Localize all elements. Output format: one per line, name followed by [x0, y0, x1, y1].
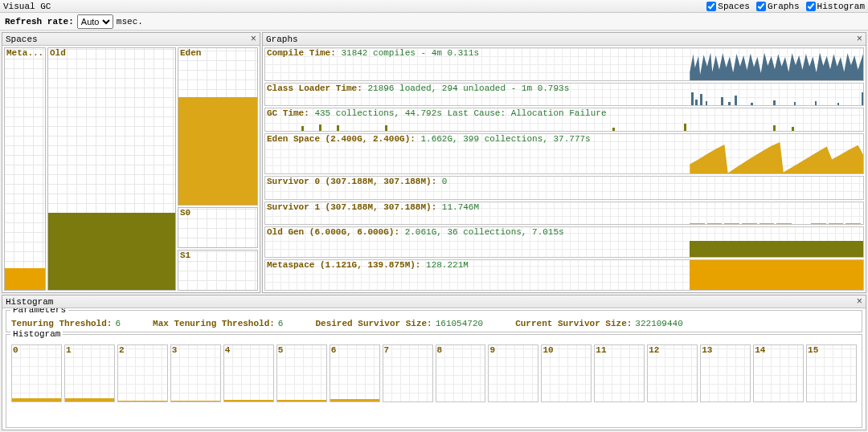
graph-class-loader-label: Class Loader Time: — [267, 84, 362, 93]
graph-gc-time: GC Time: 435 collections, 44.792s Last C… — [264, 108, 864, 132]
histogram-cell-index: 9 — [489, 345, 495, 355]
space-s1-label: S1 — [178, 251, 192, 260]
space-old-label: Old — [48, 48, 68, 58]
histogram-cell-index: 5 — [278, 345, 284, 355]
toggle-spaces[interactable]: Spaces — [706, 2, 750, 11]
space-s1: S1 — [178, 250, 258, 291]
parameters-title: Parameters — [10, 308, 68, 315]
graph-metaspace-value: 128.221M — [426, 260, 469, 270]
histogram-cell: 14 — [753, 344, 804, 402]
close-icon[interactable]: × — [857, 34, 862, 45]
desired-survivor-size-value: 161054720 — [436, 319, 483, 328]
max-tenuring-threshold-value: 6 — [278, 319, 284, 328]
histogram-cells: 0123456789101112131415 — [11, 344, 857, 402]
graph-compile-time: Compile Time: 31842 compiles - 4m 0.311s — [264, 47, 864, 81]
graph-s1-label: Survivor 1 (307.188M, 307.188M): — [267, 202, 436, 212]
space-old-fill — [48, 213, 175, 290]
toggle-graphs-label: Graphs — [768, 2, 800, 11]
histogram-cell: 8 — [436, 344, 486, 402]
graph-compile-time-fill — [690, 53, 863, 80]
current-survivor-size-value: 322109440 — [635, 319, 682, 328]
space-eden-label: Eden — [178, 48, 203, 58]
graph-compile-time-value: 31842 compiles - 4m 0.311s — [341, 48, 479, 58]
graph-eden-label: Eden Space (2.400G, 2.400G): — [267, 134, 416, 144]
histogram-box-title: Histogram — [10, 329, 63, 339]
graph-s1-fill — [690, 223, 863, 225]
histogram-cell-index: 2 — [119, 345, 125, 355]
refresh-select[interactable]: Auto — [77, 14, 113, 29]
histogram-cell-bar — [277, 400, 326, 401]
histogram-cell: 12 — [647, 344, 698, 402]
graph-s1-value: 11.746M — [442, 202, 479, 212]
histogram-cell-index: 8 — [437, 345, 443, 355]
graph-class-loader: Class Loader Time: 21896 loaded, 294 unl… — [264, 83, 864, 107]
graph-eden-fill — [690, 142, 863, 173]
histogram-cell-bar — [224, 400, 273, 401]
toggle-spaces-checkbox[interactable] — [706, 2, 716, 11]
view-toggles: Spaces Graphs Histogram — [706, 2, 865, 11]
max-tenuring-threshold-label: Max Tenuring Threshold: — [153, 319, 275, 328]
space-metaspace-fill — [5, 268, 45, 290]
histogram-cell-index: 11 — [596, 345, 606, 355]
histogram-cell-index: 7 — [384, 345, 390, 355]
histogram-cell-bar — [171, 401, 220, 401]
app-title: Visual GC — [3, 2, 51, 11]
histogram-cell-index: 12 — [649, 345, 659, 355]
spaces-panel-title: Spaces — [6, 35, 38, 44]
spaces-panel: Spaces × Meta... Old Eden — [2, 32, 260, 293]
current-survivor-size-label: Current Survivor Size: — [515, 319, 632, 328]
histogram-cell-index: 15 — [808, 345, 818, 355]
toggle-graphs-checkbox[interactable] — [756, 2, 766, 11]
histogram-cell-bar — [330, 399, 379, 401]
histogram-cell-index: 4 — [225, 345, 231, 355]
graph-s0: Survivor 0 (307.188M, 307.188M): 0 — [264, 176, 864, 200]
histogram-cell: 3 — [170, 344, 221, 402]
tenuring-threshold-value: 6 — [115, 319, 121, 328]
close-icon[interactable]: × — [857, 296, 862, 308]
title-bar: Visual GC Spaces Graphs Histogram — [0, 0, 868, 13]
histogram-cell: 9 — [488, 344, 538, 402]
graph-s1: Survivor 1 (307.188M, 307.188M): 11.746M — [264, 202, 864, 226]
histogram-cell: 15 — [806, 344, 857, 402]
histogram-cell: 13 — [700, 344, 751, 402]
graph-metaspace-fill — [690, 260, 863, 290]
space-metaspace: Meta... — [4, 47, 46, 291]
histogram-cell: 5 — [276, 344, 327, 402]
graph-old-fill — [690, 241, 863, 257]
toggle-histogram-checkbox[interactable] — [806, 2, 816, 11]
graph-compile-time-label: Compile Time: — [267, 48, 336, 58]
graph-class-loader-fill — [690, 92, 863, 106]
graph-metaspace: Metaspace (1.121G, 139.875M): 128.221M — [264, 259, 864, 291]
toggle-histogram[interactable]: Histogram — [806, 2, 865, 11]
histogram-cell: 6 — [330, 344, 380, 402]
histogram-cell-bar — [12, 398, 61, 401]
histogram-cell: 10 — [541, 344, 592, 402]
histogram-cell-index: 14 — [755, 345, 765, 355]
graph-eden-value: 1.662G, 399 collections, 37.777s — [420, 134, 590, 144]
graph-metaspace-label: Metaspace (1.121G, 139.875M): — [267, 260, 420, 270]
refresh-label: Refresh rate: — [5, 17, 74, 26]
close-icon[interactable]: × — [251, 34, 256, 45]
space-old: Old — [47, 47, 176, 291]
graph-old-value: 2.061G, 36 collections, 7.015s — [405, 227, 564, 237]
histogram-cell: 0 — [11, 344, 62, 402]
histogram-panel: Histogram × Parameters Tenuring Threshol… — [2, 295, 866, 430]
toggle-graphs[interactable]: Graphs — [756, 2, 800, 11]
histogram-cell-index: 0 — [13, 345, 18, 355]
graphs-panel-title: Graphs — [266, 35, 298, 44]
histogram-cell-index: 3 — [172, 345, 178, 355]
space-s0: S0 — [178, 207, 258, 248]
graphs-panel: Graphs × Compile Time: 31842 compiles - … — [262, 32, 866, 293]
histogram-cell: 11 — [594, 344, 645, 402]
toggle-histogram-label: Histogram — [817, 2, 865, 11]
graph-gc-time-value: 435 collections, 44.792s Last Cause: All… — [314, 108, 606, 118]
refresh-bar: Refresh rate: Auto msec. — [0, 13, 868, 31]
graph-eden: Eden Space (2.400G, 2.400G): 1.662G, 399… — [264, 133, 864, 174]
histogram-cell-index: 6 — [331, 345, 337, 355]
tenuring-threshold-label: Tenuring Threshold: — [11, 319, 112, 328]
histogram-cell-bar — [118, 401, 167, 401]
space-metaspace-label: Meta... — [5, 48, 45, 58]
graph-gc-time-label: GC Time: — [267, 108, 309, 118]
graph-class-loader-value: 21896 loaded, 294 unloaded - 1m 0.793s — [367, 84, 569, 93]
histogram-cell-index: 10 — [542, 345, 553, 355]
